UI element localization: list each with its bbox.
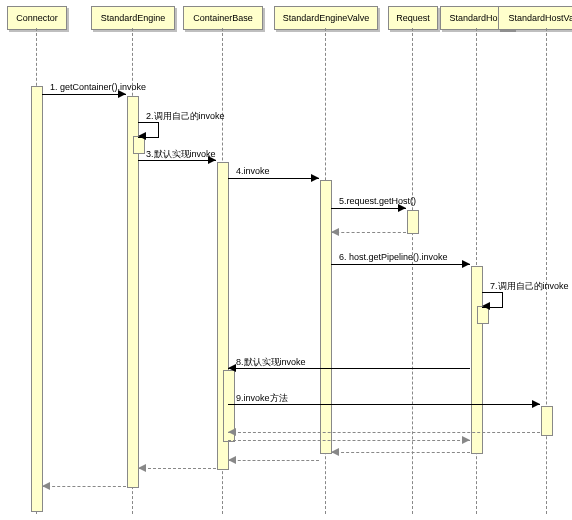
activation [407, 210, 419, 234]
lifeline-standardHostValve [546, 28, 547, 514]
message-label: 5.request.getHost() [339, 196, 416, 206]
arrowhead [138, 132, 146, 140]
arrowhead [462, 260, 470, 268]
message-label: 7.调用自己的invoke [490, 280, 569, 293]
arrowhead [228, 428, 236, 436]
arrowhead [482, 302, 490, 310]
message-label: 2.调用自己的invoke [146, 110, 225, 123]
message-label: 9.invoke方法 [236, 392, 288, 405]
activation [31, 86, 43, 512]
return-message [331, 232, 406, 233]
message-label: 1. getContainer().invoke [50, 82, 146, 92]
arrowhead [228, 364, 236, 372]
call-message [228, 178, 319, 179]
return-message [331, 452, 470, 453]
arrowhead [228, 456, 236, 464]
return-message [228, 460, 319, 461]
message-label: 8.默认实现invoke [236, 356, 306, 369]
call-message [331, 264, 470, 265]
arrowhead [311, 174, 319, 182]
call-message [331, 208, 406, 209]
call-message [42, 94, 126, 95]
participant-standardEngineValve: StandardEngineValve [274, 6, 378, 30]
return-message [138, 468, 216, 469]
lifeline-request [412, 28, 413, 514]
arrowhead [42, 482, 50, 490]
activation [127, 96, 139, 488]
arrowhead [532, 400, 540, 408]
arrowhead [462, 436, 470, 444]
participant-connector: Connector [7, 6, 67, 30]
arrowhead [331, 228, 339, 236]
participant-request: Request [388, 6, 438, 30]
message-label: 3.默认实现invoke [146, 148, 216, 161]
return-message [228, 432, 540, 433]
return-message [42, 486, 126, 487]
activation [320, 180, 332, 454]
arrowhead [138, 464, 146, 472]
message-label: 4.invoke [236, 166, 270, 176]
return-message [228, 440, 470, 441]
participant-standardHostValve: StandardHostValve [498, 6, 572, 30]
activation [541, 406, 553, 436]
participant-standardEngine: StandardEngine [91, 6, 175, 30]
message-label: 6. host.getPipeline().invoke [339, 252, 448, 262]
arrowhead [331, 448, 339, 456]
participant-containerBase: ContainerBase [183, 6, 263, 30]
